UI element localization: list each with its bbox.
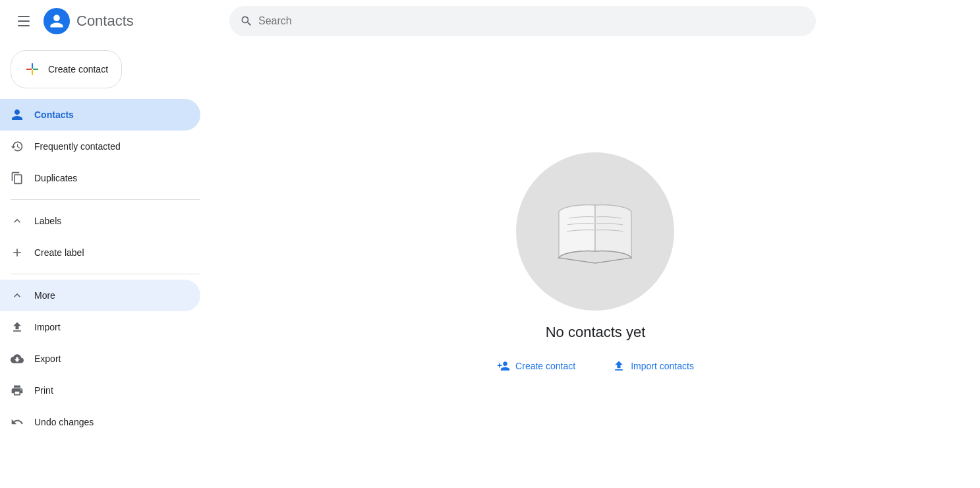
empty-state: No contacts yet Create contact Import co… xyxy=(489,152,702,378)
undo-icon xyxy=(11,415,24,429)
search-input[interactable] xyxy=(258,15,805,27)
export-icon xyxy=(11,352,24,365)
main-content: No contacts yet Create contact Import co… xyxy=(211,42,980,488)
more-section-header[interactable]: More xyxy=(0,280,200,311)
header: Contacts xyxy=(0,0,980,42)
divider-2 xyxy=(11,274,200,274)
sidebar-item-duplicates[interactable]: Duplicates xyxy=(0,162,200,194)
export-label: Export xyxy=(34,353,61,364)
sidebar-item-print[interactable]: Print xyxy=(0,375,200,406)
empty-create-contact-label: Create contact xyxy=(515,361,575,371)
labels-chevron-icon xyxy=(11,214,24,228)
sidebar-item-duplicates-label: Duplicates xyxy=(34,173,77,183)
menu-button[interactable] xyxy=(11,8,37,34)
sidebar-item-export[interactable]: Export xyxy=(0,343,200,375)
book-icon xyxy=(549,192,641,271)
undo-label: Undo changes xyxy=(34,417,94,427)
more-section-label: More xyxy=(34,290,55,301)
search-bar[interactable] xyxy=(229,6,816,36)
svg-rect-3 xyxy=(33,69,38,70)
create-contact-button[interactable]: Create contact xyxy=(11,50,122,88)
copy-icon xyxy=(11,171,24,185)
book-illustration xyxy=(516,152,674,311)
header-left: Contacts xyxy=(11,8,221,34)
sidebar-item-undo[interactable]: Undo changes xyxy=(0,406,200,438)
sidebar-item-import[interactable]: Import xyxy=(0,311,200,343)
print-label: Print xyxy=(34,385,53,396)
more-chevron-icon xyxy=(11,289,24,302)
sidebar-item-contacts-label: Contacts xyxy=(34,109,74,120)
person-add-icon xyxy=(497,359,510,373)
sidebar: Create contact Contacts Frequently conta… xyxy=(0,42,211,488)
svg-rect-0 xyxy=(32,63,33,69)
import-label: Import xyxy=(34,322,61,332)
plus-icon xyxy=(24,61,40,77)
sidebar-item-frequently-contacted[interactable]: Frequently contacted xyxy=(0,131,200,162)
empty-create-contact-button[interactable]: Create contact xyxy=(489,354,583,378)
no-contacts-text: No contacts yet xyxy=(546,324,646,341)
app-logo xyxy=(43,8,70,34)
sidebar-item-contacts[interactable]: Contacts xyxy=(0,99,200,131)
search-icon xyxy=(240,15,253,28)
empty-import-contacts-label: Import contacts xyxy=(631,361,694,371)
empty-actions: Create contact Import contacts xyxy=(489,354,702,378)
import-icon xyxy=(11,320,24,334)
app-title: Contacts xyxy=(76,13,134,30)
create-contact-label: Create contact xyxy=(48,64,108,75)
history-icon xyxy=(11,140,24,153)
labels-section-label: Labels xyxy=(34,216,61,226)
person-icon xyxy=(11,108,24,121)
layout: Create contact Contacts Frequently conta… xyxy=(0,42,980,488)
sidebar-item-create-label[interactable]: Create label xyxy=(0,237,200,268)
empty-import-contacts-button[interactable]: Import contacts xyxy=(604,354,702,378)
svg-rect-1 xyxy=(32,70,33,75)
svg-rect-2 xyxy=(26,69,32,70)
labels-section-header[interactable]: Labels xyxy=(0,205,211,237)
divider-1 xyxy=(11,199,200,200)
print-icon xyxy=(11,384,24,397)
add-icon xyxy=(11,246,24,259)
create-label-text: Create label xyxy=(34,247,84,258)
upload-icon xyxy=(612,359,625,373)
sidebar-item-frequently-contacted-label: Frequently contacted xyxy=(34,141,121,152)
